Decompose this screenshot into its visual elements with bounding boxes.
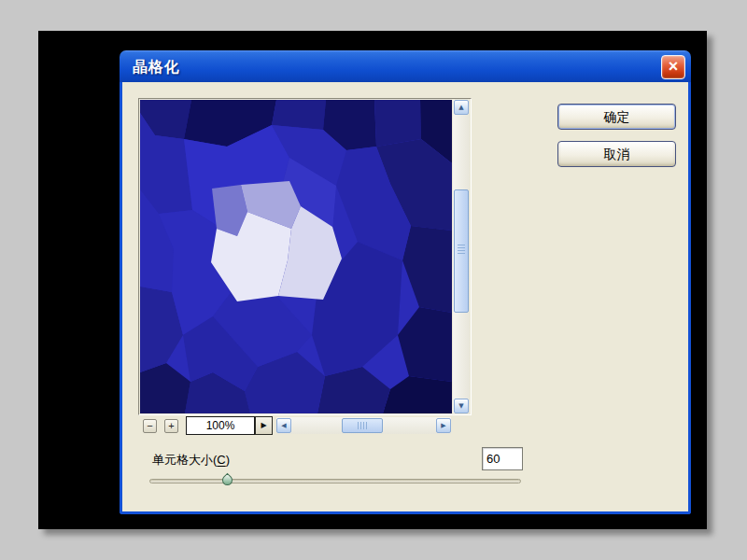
scroll-left-button[interactable]: ◀	[276, 418, 291, 433]
cell-size-input[interactable]	[482, 447, 523, 470]
scroll-right-button[interactable]: ▶	[436, 418, 451, 433]
zoom-level-display: 100%	[186, 416, 255, 435]
cancel-button[interactable]: 取消	[557, 141, 676, 167]
scroll-down-button[interactable]: ▼	[454, 399, 469, 413]
cell-size-access-key: C	[217, 453, 225, 467]
preview-frame: ▲ ▼	[138, 98, 472, 415]
zoom-menu-icon: ▶	[261, 421, 266, 429]
vertical-scrollbar[interactable]: ▲ ▼	[453, 100, 470, 413]
scroll-down-icon: ▼	[458, 402, 463, 410]
close-button[interactable]: ×	[661, 55, 685, 79]
dialog-titlebar[interactable]: 晶格化 ×	[120, 50, 691, 84]
scroll-up-icon: ▲	[458, 104, 463, 111]
dialog-title: 晶格化	[120, 58, 180, 77]
cell-size-label-text: 单元格大小(	[152, 453, 217, 467]
cell-size-label: 单元格大小(C)	[152, 452, 230, 469]
scrollbar-grip	[458, 245, 465, 255]
scrollbar-grip	[358, 422, 368, 429]
preview-image[interactable]	[140, 100, 452, 413]
horizontal-scrollbar[interactable]: ◀ ▶	[276, 417, 451, 434]
horizontal-scrollbar-thumb[interactable]	[342, 418, 383, 433]
close-icon: ×	[669, 57, 679, 76]
document-canvas: 晶格化 × ▲ ▼ −	[38, 31, 707, 529]
zoom-out-icon: −	[147, 420, 152, 431]
crystallize-dialog: 晶格化 × ▲ ▼ −	[120, 50, 691, 514]
zoom-in-button[interactable]: +	[164, 419, 178, 433]
zoom-menu-button[interactable]: ▶	[255, 416, 273, 435]
scroll-up-button[interactable]: ▲	[454, 100, 469, 115]
cell-size-label-close: )	[226, 453, 230, 467]
scroll-left-icon: ◀	[281, 422, 286, 429]
vertical-scrollbar-thumb[interactable]	[454, 189, 469, 313]
scroll-right-icon: ▶	[441, 422, 445, 429]
ok-button[interactable]: 确定	[557, 104, 676, 130]
zoom-out-button[interactable]: −	[143, 419, 157, 433]
cell-size-slider-track[interactable]	[149, 479, 521, 483]
zoom-in-icon: +	[168, 420, 174, 431]
